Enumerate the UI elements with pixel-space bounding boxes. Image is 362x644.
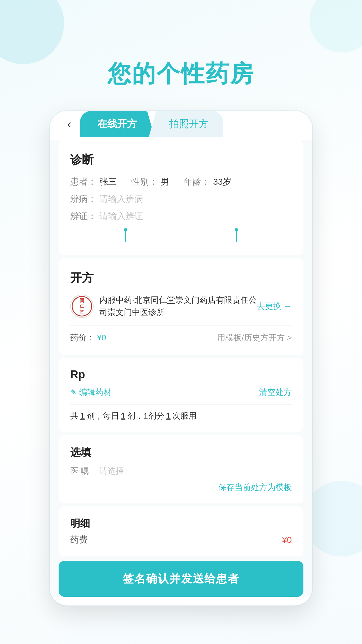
- patient-name: 张三: [99, 176, 117, 188]
- gender-label: 性别：: [131, 176, 161, 188]
- price-label: 药价：: [70, 332, 95, 343]
- pharmacy-name: 内服中药·北京同仁堂崇文门药店有限责任公司崇文门中医诊所: [99, 294, 257, 318]
- bg-decoration-br: [304, 481, 362, 556]
- syndrome-input[interactable]: 请输入辨证: [99, 210, 143, 222]
- dosage-num1[interactable]: 1: [80, 411, 85, 421]
- instruction-row: 医 嘱 请选择: [70, 466, 292, 477]
- dosage-num2[interactable]: 1: [121, 411, 126, 421]
- prescription-title: 开方: [70, 270, 292, 286]
- patient-label: 患者：: [70, 176, 99, 188]
- syndrome-label: 辨证：: [70, 210, 99, 222]
- save-template-button[interactable]: 保存当前处方为模板: [70, 482, 292, 493]
- prescription-card: 开方 同仁堂 内服中药·北京同仁堂崇文门药店有限责任公司崇文门中医诊所 去更换 …: [59, 258, 303, 355]
- disease-input[interactable]: 请输入辨病: [99, 193, 143, 205]
- medicine-fee-value: ¥0: [282, 535, 292, 545]
- content-area: 诊断 患者： 张三 性别： 男 年龄： 33岁 辨病： 请输入辨病 辨证： 请输…: [50, 140, 312, 597]
- confirm-send-button[interactable]: 签名确认并发送给患者: [59, 561, 303, 597]
- diagnosis-title: 诊断: [70, 152, 292, 168]
- tab-online-prescription[interactable]: 在线开方: [80, 111, 154, 137]
- clear-prescription-button[interactable]: 清空处方: [259, 387, 292, 398]
- back-icon: ‹: [67, 118, 71, 131]
- template-link[interactable]: 用模板/历史方开方 >: [217, 332, 292, 343]
- tab-bar: ‹ 在线开方 拍照开方: [50, 111, 312, 137]
- dosage-row: 共 1 剂，每日 1 剂，1剂分 1 次服用: [70, 404, 292, 421]
- detail-section: 明细 药费 ¥0: [59, 506, 303, 556]
- tab-photo-prescription[interactable]: 拍照开方: [149, 111, 223, 137]
- diagnosis-card: 诊断 患者： 张三 性别： 男 年龄： 33岁 辨病： 请输入辨病 辨证： 请输…: [59, 140, 303, 255]
- pharmacy-row: 同仁堂 内服中药·北京同仁堂崇文门药店有限责任公司崇文门中医诊所 去更换 →: [70, 294, 292, 318]
- rp-actions: 编辑药材 清空处方: [70, 387, 292, 398]
- page-title: 您的个性药房: [0, 58, 362, 90]
- syndrome-row: 辨证： 请输入辨证: [70, 210, 292, 222]
- gender-value: 男: [161, 176, 169, 188]
- age-value: 33岁: [213, 176, 231, 188]
- rp-title: Rp: [70, 368, 292, 381]
- divider-dots: [70, 228, 292, 244]
- edit-medicine-button[interactable]: 编辑药材: [70, 387, 112, 398]
- dot-line-right: [236, 230, 237, 242]
- price-value: ¥0: [97, 333, 106, 342]
- bg-decoration-tl: [0, 0, 64, 64]
- optional-title: 选填: [70, 445, 292, 460]
- optional-section: 选填 医 嘱 请选择 保存当前处方为模板: [59, 435, 303, 503]
- price-row: 药价： ¥0 用模板/历史方开方 >: [70, 326, 292, 343]
- age-label: 年龄：: [184, 176, 213, 188]
- patient-info-row: 患者： 张三 性别： 男 年龄： 33岁: [70, 176, 292, 188]
- back-button[interactable]: ‹: [67, 111, 71, 137]
- pharmacy-logo-inner: 同仁堂: [72, 296, 92, 316]
- phone-mockup: ‹ 在线开方 拍照开方 诊断 患者： 张三 性别： 男 年龄： 33岁 辨病： …: [50, 111, 312, 606]
- instruction-select[interactable]: 请选择: [99, 466, 124, 477]
- dosage-num3[interactable]: 1: [166, 411, 171, 421]
- bg-decoration-tr: [310, 0, 362, 52]
- pencil-icon: [70, 388, 77, 397]
- pharmacy-logo: 同仁堂: [70, 295, 94, 318]
- dot-line-left: [125, 230, 126, 242]
- detail-title: 明细: [70, 517, 292, 530]
- medicine-fee-row: 药费 ¥0: [70, 534, 292, 546]
- instruction-label: 医 嘱: [70, 466, 94, 477]
- disease-row: 辨病： 请输入辨病: [70, 193, 292, 205]
- rp-section: Rp 编辑药材 清空处方 共 1 剂，每日 1 剂，1剂分 1 次服用: [59, 358, 303, 432]
- disease-label: 辨病：: [70, 193, 99, 205]
- medicine-fee-label: 药费: [70, 534, 88, 546]
- pharmacy-change-button[interactable]: 去更换 →: [257, 301, 292, 312]
